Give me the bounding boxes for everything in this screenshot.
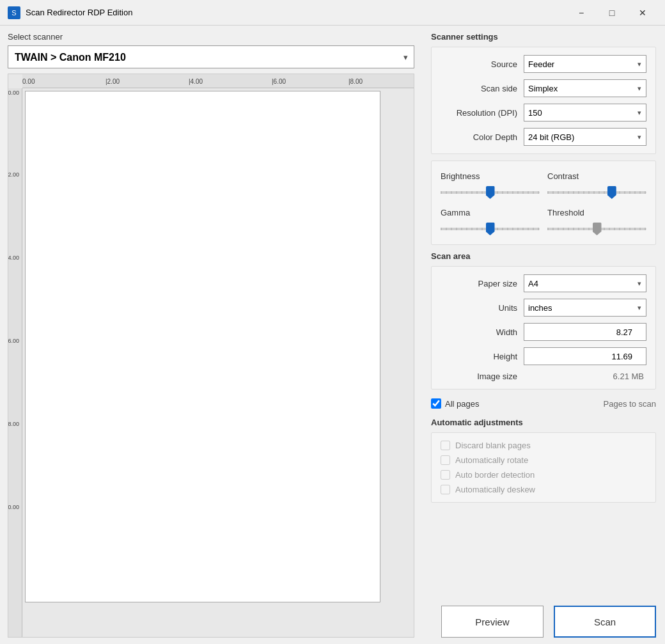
gamma-bg xyxy=(441,228,540,230)
ruler-top: 0.00 |2.00 |4.00 |6.00 |8.00 xyxy=(22,74,414,88)
auto-border-detection-checkbox[interactable] xyxy=(441,470,450,480)
paper-size-select-wrapper: A4 Letter Legal A3 ▾ xyxy=(524,274,646,292)
height-label: Height xyxy=(441,352,524,361)
source-select-wrapper: Feeder Flatbed ▾ xyxy=(524,55,646,73)
discard-blank-pages-checkbox[interactable] xyxy=(441,441,450,450)
scan-side-select-wrapper: Simplex Duplex ▾ xyxy=(524,79,646,97)
pages-to-scan-label: Pages to scan xyxy=(604,399,656,409)
scanner-select[interactable]: TWAIN > Canon MF210 xyxy=(8,45,414,68)
left-panel: Select scanner TWAIN > Canon MF210 ▾ 0.0… xyxy=(0,26,422,644)
width-label: Width xyxy=(441,327,524,337)
right-panel: Scanner settings Source Feeder Flatbed ▾ xyxy=(422,26,665,644)
scan-button[interactable]: Scan xyxy=(554,606,656,638)
brightness-label: Brightness xyxy=(441,171,540,181)
minimize-button[interactable]: − xyxy=(567,3,596,22)
color-depth-row: Color Depth 8 bit (Gray) 24 bit (RGB) 1 … xyxy=(441,128,646,146)
scan-area-box: Paper size A4 Letter Legal A3 ▾ Units xyxy=(431,266,656,389)
scanner-settings-box: Source Feeder Flatbed ▾ Scan side Sim xyxy=(431,47,656,154)
threshold-label: Threshold xyxy=(547,208,646,217)
scan-preview-area xyxy=(22,88,414,637)
units-row: Units inches mm cm ▾ xyxy=(441,299,646,317)
main-content: Select scanner TWAIN > Canon MF210 ▾ 0.0… xyxy=(0,26,665,644)
contrast-label: Contrast xyxy=(547,171,646,181)
contrast-group: Contrast xyxy=(547,171,646,200)
discard-blank-pages-label: Discard blank pages xyxy=(455,441,531,450)
paper-size-select[interactable]: A4 Letter Legal A3 xyxy=(524,274,646,292)
resolution-row: Resolution (DPI) 75 150 300 600 ▾ xyxy=(441,104,646,122)
threshold-thumb[interactable] xyxy=(593,223,602,235)
width-row: Width xyxy=(441,323,646,341)
sliders-container: Brightness Contrast xyxy=(441,171,646,200)
auto-deskew-label: Automatically deskew xyxy=(455,485,535,494)
threshold-track xyxy=(547,221,646,237)
contrast-thumb[interactable] xyxy=(607,186,616,199)
ruler-left: 0.00 2.00 4.00 6.00 8.00 10.00 xyxy=(8,88,22,637)
app-title: Scan Redirector RDP Edition xyxy=(26,8,567,17)
scan-side-row: Scan side Simplex Duplex ▾ xyxy=(441,79,646,97)
units-select[interactable]: inches mm cm xyxy=(524,299,646,317)
all-pages-row: All pages Pages to scan xyxy=(431,396,656,411)
all-pages-checkbox[interactable] xyxy=(431,398,441,409)
contrast-bg xyxy=(547,191,646,194)
scanner-select-wrapper: TWAIN > Canon MF210 ▾ xyxy=(8,45,414,68)
color-depth-label: Color Depth xyxy=(441,132,524,142)
scan-side-select[interactable]: Simplex Duplex xyxy=(524,79,646,97)
units-select-wrapper: inches mm cm ▾ xyxy=(524,299,646,317)
resolution-select[interactable]: 75 150 300 600 xyxy=(524,104,646,122)
preview-button[interactable]: Preview xyxy=(441,606,544,638)
auto-border-detection-label: Auto border detection xyxy=(455,470,535,480)
resolution-label: Resolution (DPI) xyxy=(441,108,524,118)
resolution-select-wrapper: 75 150 300 600 ▾ xyxy=(524,104,646,122)
ruler-v-8: 8.00 xyxy=(8,421,19,427)
ruler-v-10: 10.00 xyxy=(8,504,19,510)
scan-side-label: Scan side xyxy=(441,84,524,93)
window-controls: − □ ✕ xyxy=(567,3,657,22)
height-row: Height xyxy=(441,347,646,365)
contrast-dots xyxy=(547,191,646,194)
auto-adjustments-box: Discard blank pages Automatically rotate… xyxy=(431,432,656,503)
auto-rotate-label: Automatically rotate xyxy=(455,455,528,465)
preview-container: 0.00 |2.00 |4.00 |6.00 |8.00 0.00 2.00 4… xyxy=(8,74,414,638)
ruler-v-6: 6.00 xyxy=(8,338,19,344)
auto-rotate-item: Automatically rotate xyxy=(441,455,646,465)
auto-deskew-item: Automatically deskew xyxy=(441,485,646,494)
paper-size-label: Paper size xyxy=(441,279,524,288)
ruler-h-6: |6.00 xyxy=(272,78,286,85)
ruler-v-0: 0.00 xyxy=(8,90,19,96)
gamma-track xyxy=(441,221,540,237)
select-scanner-label: Select scanner xyxy=(8,32,414,42)
width-input[interactable] xyxy=(524,323,646,341)
threshold-bg xyxy=(547,228,646,230)
auto-rotate-checkbox[interactable] xyxy=(441,455,450,465)
color-depth-select[interactable]: 8 bit (Gray) 24 bit (RGB) 1 bit (B&W) xyxy=(524,128,646,146)
image-size-row: Image size 6.21 MB xyxy=(441,372,646,381)
source-row: Source Feeder Flatbed ▾ xyxy=(441,55,646,73)
ruler-h-4: |4.00 xyxy=(189,78,203,85)
all-pages-checkbox-label[interactable]: All pages xyxy=(431,398,479,409)
brightness-bg xyxy=(441,191,540,194)
gamma-group: Gamma xyxy=(441,208,540,237)
ruler-h-8: |8.00 xyxy=(348,78,363,85)
height-input[interactable] xyxy=(524,347,646,365)
source-select[interactable]: Feeder Flatbed xyxy=(524,55,646,73)
discard-blank-pages-item: Discard blank pages xyxy=(441,441,646,450)
paper-size-row: Paper size A4 Letter Legal A3 ▾ xyxy=(441,274,646,292)
sliders-container-2: Gamma Threshold xyxy=(441,208,646,237)
sliders-section: Brightness Contrast xyxy=(431,161,656,245)
auto-deskew-checkbox[interactable] xyxy=(441,485,450,494)
image-size-value: 6.21 MB xyxy=(524,372,646,381)
auto-adjustments-section: Automatic adjustments Discard blank page… xyxy=(431,418,656,503)
color-depth-select-wrapper: 8 bit (Gray) 24 bit (RGB) 1 bit (B&W) ▾ xyxy=(524,128,646,146)
scan-area-title: Scan area xyxy=(431,251,656,261)
close-button[interactable]: ✕ xyxy=(628,3,657,22)
scan-page xyxy=(25,91,380,602)
restore-button[interactable]: □ xyxy=(597,3,627,22)
gamma-thumb[interactable] xyxy=(486,223,495,235)
brightness-thumb[interactable] xyxy=(486,186,495,199)
image-size-label: Image size xyxy=(441,372,524,381)
units-label: Units xyxy=(441,303,524,313)
ruler-h-0: 0.00 xyxy=(22,78,35,85)
ruler-v-4: 4.00 xyxy=(8,255,19,261)
all-pages-label: All pages xyxy=(445,399,479,409)
ruler-h-2: |2.00 xyxy=(106,78,120,85)
